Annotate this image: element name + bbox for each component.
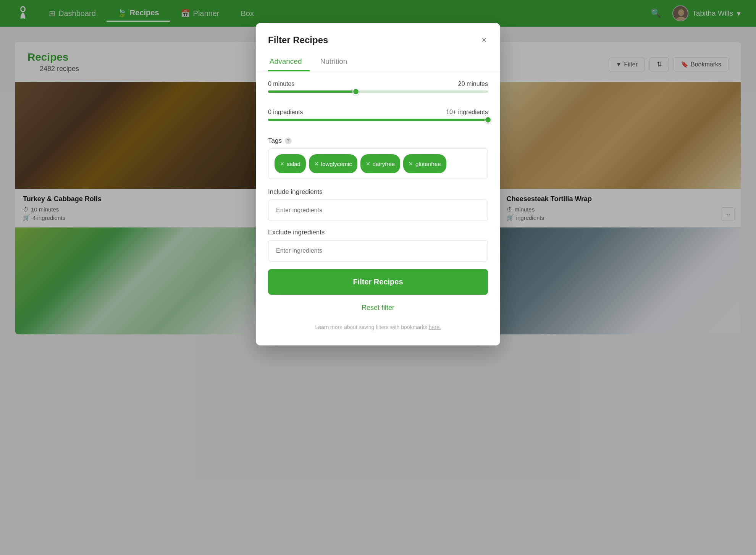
tags-box: ✕ salad ✕ lowglycemic ✕ dairyfree ✕ glut… xyxy=(268,148,488,179)
modal-overlay[interactable]: Filter Recipes × Advanced Nutrition 0 mi… xyxy=(0,0,756,555)
modal-tabs: Advanced Nutrition xyxy=(256,53,500,71)
tags-section: Tags ? ✕ salad ✕ lowglycemic ✕ dairyfree xyxy=(268,137,488,179)
ingredients-range-labels: 0 ingredients 10+ ingredients xyxy=(268,109,488,116)
exclude-ingredients-label: Exclude ingredients xyxy=(268,229,488,236)
ingredients-range-track xyxy=(268,119,488,121)
tag-remove-icon: ✕ xyxy=(409,161,413,167)
exclude-ingredients-input[interactable] xyxy=(268,240,488,261)
tab-nutrition[interactable]: Nutrition xyxy=(319,53,355,71)
close-button[interactable]: × xyxy=(480,34,488,47)
tag-remove-icon: ✕ xyxy=(280,161,284,167)
filter-recipes-button[interactable]: Filter Recipes xyxy=(268,269,488,295)
time-range-track xyxy=(268,90,488,93)
include-ingredients-label: Include ingredients xyxy=(268,188,488,196)
ingredients-max-label: 10+ ingredients xyxy=(446,109,488,116)
ingredients-range-thumb xyxy=(485,116,491,123)
modal-footer-note: Learn more about saving filters with boo… xyxy=(268,324,488,333)
include-ingredients-input[interactable] xyxy=(268,200,488,221)
modal-body: 0 minutes 20 minutes 0 ingredients 10+ i… xyxy=(256,71,500,345)
tag-remove-icon: ✕ xyxy=(314,161,319,167)
bookmarks-link[interactable]: here. xyxy=(429,324,441,330)
time-range-fill xyxy=(268,90,356,93)
exclude-ingredients-section: Exclude ingredients xyxy=(268,229,488,261)
reset-filter-button[interactable]: Reset filter xyxy=(268,301,488,315)
time-range-section: 0 minutes 20 minutes xyxy=(268,81,488,101)
ingredients-min-label: 0 ingredients xyxy=(268,109,303,116)
ingredients-range-fill xyxy=(268,119,488,121)
ingredients-range-section: 0 ingredients 10+ ingredients xyxy=(268,109,488,129)
tag-remove-icon: ✕ xyxy=(366,161,370,167)
tag-chip-salad[interactable]: ✕ salad xyxy=(275,154,306,173)
tag-chip-glutenfree[interactable]: ✕ glutenfree xyxy=(403,154,446,173)
time-max-label: 20 minutes xyxy=(458,81,488,87)
time-range-thumb xyxy=(352,88,359,95)
tags-label: Tags ? xyxy=(268,137,488,145)
tag-chip-lowglycemic[interactable]: ✕ lowglycemic xyxy=(309,154,357,173)
modal-header: Filter Recipes × xyxy=(256,23,500,47)
tag-chip-dairyfree[interactable]: ✕ dairyfree xyxy=(360,154,400,173)
tags-help-icon[interactable]: ? xyxy=(285,137,292,144)
tab-advanced[interactable]: Advanced xyxy=(268,53,310,71)
modal-title: Filter Recipes xyxy=(268,35,328,45)
include-ingredients-section: Include ingredients xyxy=(268,188,488,221)
time-range-labels: 0 minutes 20 minutes xyxy=(268,81,488,87)
time-min-label: 0 minutes xyxy=(268,81,294,87)
filter-modal: Filter Recipes × Advanced Nutrition 0 mi… xyxy=(256,23,500,345)
